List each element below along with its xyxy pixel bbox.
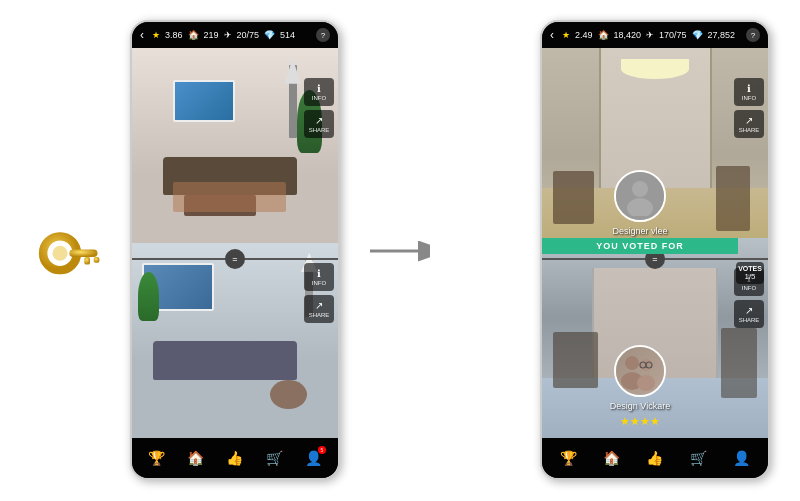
share-button-right-top[interactable]: ↗ SHARE bbox=[734, 110, 764, 138]
diamond-icon: 💎 bbox=[264, 30, 275, 40]
top-vote-panel: Designer vlee ★★★★ ℹ INFO ↗ SHARE bbox=[542, 48, 768, 263]
info-label-bottom: INFO bbox=[312, 280, 326, 286]
nav-trophy-right[interactable]: 🏆 bbox=[560, 450, 577, 466]
stat3-value: 514 bbox=[280, 30, 295, 40]
stat1-value: 219 bbox=[204, 30, 219, 40]
info-label-rt: INFO bbox=[742, 95, 756, 101]
share-label-bottom: SHARE bbox=[309, 312, 330, 318]
right-phone-header: ‹ ★ 2.49 🏠 18,420 ✈ 170/75 💎 27,852 ? bbox=[542, 22, 768, 48]
designer-avatar-bottom bbox=[614, 345, 666, 397]
help-button-right[interactable]: ? bbox=[746, 28, 760, 42]
stat2-right: 170/75 bbox=[659, 30, 687, 40]
star-rating-right: 2.49 bbox=[575, 30, 593, 40]
avatar-couple bbox=[616, 347, 664, 395]
share-button-bottom[interactable]: ↗ SHARE bbox=[304, 295, 334, 323]
home-icon-right: 🏠 bbox=[598, 30, 609, 40]
svg-point-5 bbox=[53, 245, 68, 260]
back-button-right[interactable]: ‹ bbox=[550, 28, 554, 42]
share-label-rb: SHARE bbox=[739, 317, 760, 323]
votes-counter: VOTES 1/5 bbox=[736, 262, 764, 284]
stat2-value: 20/75 bbox=[237, 30, 260, 40]
arrow-container bbox=[370, 231, 430, 271]
star-icon: ★ bbox=[152, 30, 160, 40]
nav-home[interactable]: 🏠 bbox=[187, 450, 204, 466]
bottom-room: ℹ INFO ↗ SHARE bbox=[132, 243, 338, 438]
info-button-right-top[interactable]: ℹ INFO bbox=[734, 78, 764, 106]
info-button-bottom[interactable]: ℹ INFO bbox=[304, 263, 334, 291]
stat1-right: 18,420 bbox=[614, 30, 642, 40]
bottom-room-side-buttons: ℹ INFO ↗ SHARE bbox=[304, 263, 334, 323]
info-button-top[interactable]: ℹ INFO bbox=[304, 78, 334, 106]
nav-home-right[interactable]: 🏠 bbox=[603, 450, 620, 466]
flight-icon: ✈ bbox=[224, 30, 232, 40]
svg-rect-4 bbox=[94, 257, 100, 263]
home-icon: 🏠 bbox=[188, 30, 199, 40]
bottom-nav-right: 🏆 🏠 👍 🛒 👤 bbox=[542, 438, 768, 478]
flight-icon-right: ✈ bbox=[646, 30, 654, 40]
share-icon: ↗ bbox=[315, 115, 323, 126]
share-icon-bottom: ↗ bbox=[315, 300, 323, 311]
share-button-right-bottom[interactable]: ↗ SHARE bbox=[734, 300, 764, 328]
top-room: ℹ INFO ↗ SHARE bbox=[132, 48, 338, 258]
help-button[interactable]: ? bbox=[316, 28, 330, 42]
votes-label: VOTES bbox=[738, 265, 762, 272]
star-icon-right: ★ bbox=[562, 30, 570, 40]
left-phone-header: ‹ ★ 3.86 🏠 219 ✈ 20/75 💎 514 ? bbox=[132, 22, 338, 48]
svg-rect-3 bbox=[84, 257, 90, 265]
info-icon-rt: ℹ bbox=[747, 83, 751, 94]
nav-profile[interactable]: 👤5 bbox=[305, 450, 322, 466]
info-icon-bottom: ℹ bbox=[317, 268, 321, 279]
stars-bottom: ★★★★ bbox=[620, 415, 660, 428]
share-icon-rb: ↗ bbox=[745, 305, 753, 316]
avatar-silhouette bbox=[616, 172, 664, 220]
designer-info-bottom: Design Vickare ★★★★ bbox=[542, 345, 738, 428]
info-icon: ℹ bbox=[317, 83, 321, 94]
voted-for-banner: YOU VOTED FOR bbox=[542, 238, 738, 254]
stat3-right: 27,852 bbox=[708, 30, 736, 40]
share-icon-rt: ↗ bbox=[745, 115, 753, 126]
star-rating: 3.86 bbox=[165, 30, 183, 40]
designer-name-top: Designer vlee bbox=[612, 226, 667, 236]
share-label: SHARE bbox=[309, 127, 330, 133]
right-top-side-buttons: ℹ INFO ↗ SHARE bbox=[734, 78, 764, 138]
back-button[interactable]: ‹ bbox=[140, 28, 144, 42]
divider-icon: = bbox=[225, 249, 245, 269]
info-label-rb: INFO bbox=[742, 285, 756, 291]
designer-avatar-top bbox=[614, 170, 666, 222]
nav-like-right[interactable]: 👍 bbox=[646, 450, 663, 466]
nav-like[interactable]: 👍 bbox=[226, 450, 243, 466]
svg-rect-2 bbox=[69, 249, 97, 257]
nav-trophy[interactable]: 🏆 bbox=[148, 450, 165, 466]
svg-point-9 bbox=[627, 198, 653, 216]
right-arrow bbox=[370, 236, 430, 266]
share-label-rt: SHARE bbox=[739, 127, 760, 133]
room-divider: = bbox=[132, 258, 338, 260]
nav-shop-right[interactable]: 🛒 bbox=[690, 450, 707, 466]
votes-count: 1/5 bbox=[738, 272, 762, 281]
diamond-icon-right: 💎 bbox=[692, 30, 703, 40]
main-container: ‹ ★ 3.86 🏠 219 ✈ 20/75 💎 514 ? bbox=[0, 0, 800, 501]
phone-left: ‹ ★ 3.86 🏠 219 ✈ 20/75 💎 514 ? bbox=[130, 20, 340, 480]
share-button-top[interactable]: ↗ SHARE bbox=[304, 110, 334, 138]
key-icon bbox=[30, 227, 110, 307]
svg-point-8 bbox=[632, 181, 648, 197]
svg-point-13 bbox=[637, 375, 655, 391]
phone-right: ‹ ★ 2.49 🏠 18,420 ✈ 170/75 💎 27,852 ? bbox=[540, 20, 770, 480]
designer-name-bottom: Design Vickare bbox=[610, 401, 670, 411]
info-label: INFO bbox=[312, 95, 326, 101]
room-divider-right: = bbox=[542, 258, 768, 260]
nav-shop[interactable]: 🛒 bbox=[266, 450, 283, 466]
nav-profile-right[interactable]: 👤 bbox=[733, 450, 750, 466]
top-room-side-buttons: ℹ INFO ↗ SHARE bbox=[304, 78, 334, 138]
notification-badge: 5 bbox=[318, 446, 326, 454]
svg-point-10 bbox=[625, 356, 639, 370]
bottom-nav-left: 🏆 🏠 👍 🛒 👤5 bbox=[132, 438, 338, 478]
